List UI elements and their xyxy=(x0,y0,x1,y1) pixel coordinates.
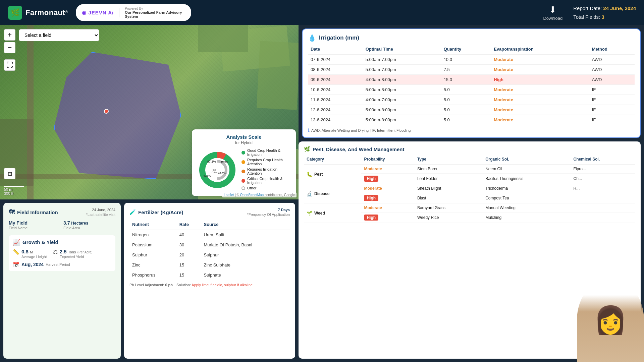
map-scale: 50 m 300 ft xyxy=(4,186,24,195)
app-header: 🌿 Farmonaut® ◉ JEEVN Ai Powered By Our P… xyxy=(0,0,644,25)
svg-text:5%: 5% xyxy=(213,169,216,171)
irr-evap: Moderate xyxy=(491,55,589,65)
legend-label-irrigation: Requires Irrigation Attention xyxy=(247,167,290,175)
pest-chemical: Fipro... xyxy=(571,165,635,174)
legend-dot-crop-health xyxy=(241,160,245,164)
fertilizer-tbody: Nitrogen 40 Urea, Split Potassium 30 Mur… xyxy=(129,230,290,280)
pest-row: 🐛 Pest Moderate Stem Borer Neem Oil Fipr… xyxy=(304,165,635,174)
header-right: ⬇ Download Report Date: 24 June, 2024 To… xyxy=(543,4,636,21)
irrigation-row: 09-6-2024 4:00am-8:00pm 15.0 High AWD xyxy=(308,75,635,85)
legend-dot-critical xyxy=(241,179,245,183)
irr-col-method: Method xyxy=(589,45,635,55)
pest-prob: High xyxy=(361,174,415,184)
yield-value: 2.5 Tons (Per Acre) xyxy=(60,249,93,255)
col-category: Category xyxy=(304,156,361,165)
fertilizer-footer: Ph Level Adjustment: 6 ph Solution: Appl… xyxy=(129,283,290,287)
irr-method: AWD xyxy=(589,55,635,65)
irr-qty: 7.5 xyxy=(441,65,491,75)
growth-grid: 📏 0.8 M Average Height ⚖ xyxy=(13,249,111,259)
fertilizer-table: Nutrient Rate Source Nitrogen 40 Urea, S… xyxy=(129,221,290,280)
fertilizer-row: Sulphur 20 Sulphur xyxy=(129,250,290,260)
irr-evap: Moderate xyxy=(491,95,589,105)
field-date: 24 June, 2024 *Last satellite visit xyxy=(86,207,115,217)
col-probability: Probability xyxy=(361,156,415,165)
height-info: 0.8 M Average Height xyxy=(21,249,47,259)
pest-header-row: Category Probability Type Organic Sol. C… xyxy=(304,156,635,165)
irr-method: AWD xyxy=(589,75,635,85)
legend-item-crop-health: Requires Crop Health Attention xyxy=(241,158,290,166)
height-item: 📏 0.8 M Average Height xyxy=(13,249,47,259)
pest-type: Weedy Rice xyxy=(415,213,483,223)
irr-col-qty: Quantity xyxy=(441,45,491,55)
pest-chemical: H... xyxy=(571,184,635,193)
fertilizer-icon: 🧪 xyxy=(129,209,136,215)
irr-date: 09-6-2024 xyxy=(308,75,363,85)
legend-item-other: Other xyxy=(241,186,290,190)
irrigation-footer: ℹ AWD: Alternate Wetting and Drying | IF… xyxy=(308,128,635,133)
analysis-subtitle: for Hybrid xyxy=(197,140,290,145)
info-icon: ℹ xyxy=(308,128,310,133)
field-selector[interactable]: Select a field xyxy=(19,29,99,41)
pest-row: 🔬 Disease Moderate Sheath Blight Trichod… xyxy=(304,184,635,193)
pest-type: Blast xyxy=(415,193,483,203)
field-info-title: 🗺 Field Information xyxy=(9,209,58,216)
pest-organic: Neem Oil xyxy=(483,165,571,174)
irr-time: 5:00am-8:00pm xyxy=(363,115,441,125)
map-controls: + − ⛶ xyxy=(4,29,15,71)
pest-type: Sheath Blight xyxy=(415,184,483,193)
fullscreen-button[interactable]: ⛶ xyxy=(4,59,15,71)
field-marker xyxy=(104,109,109,114)
pest-type: Leaf Folder xyxy=(415,174,483,184)
download-button[interactable]: ⬇ Download xyxy=(543,5,562,21)
zoom-in-button[interactable]: + xyxy=(4,29,15,41)
pest-category: 🔬 Disease xyxy=(304,184,361,203)
scale-bar xyxy=(4,186,24,187)
field-polygon xyxy=(54,52,181,179)
irr-col-date: Date xyxy=(308,45,363,55)
fert-source: Muriate Of Potash, Basal xyxy=(201,240,290,250)
pest-prob: High xyxy=(361,213,415,223)
height-icon: 📏 xyxy=(13,249,19,255)
layer-button[interactable]: ⊞ xyxy=(4,168,15,179)
fertilizer-header-row: Nutrient Rate Source xyxy=(129,221,290,230)
report-info: Report Date: 24 June, 2024 Total Fields:… xyxy=(573,4,636,21)
irr-time: 5:00am-7:00pm xyxy=(363,65,441,75)
logo-text: Farmonaut® xyxy=(25,8,68,17)
pest-icon: 🌿 xyxy=(304,146,310,152)
pest-tbody: 🐛 Pest Moderate Stem Borer Neem Oil Fipr… xyxy=(304,165,635,223)
analysis-legend: Good Crop Health & Irrigation Requires C… xyxy=(241,148,290,191)
irr-qty: 5.0 xyxy=(441,95,491,105)
field-select-input[interactable]: Select a field xyxy=(19,29,99,41)
logo-icon: 🌿 xyxy=(8,6,22,20)
irrigation-row: 08-6-2024 5:00am-7:00pm 7.5 Moderate AWD xyxy=(308,65,635,75)
irrigation-panel: 💧 Irrigation (mm) Date Optimal Time Quan… xyxy=(302,28,641,138)
field-info-grid: My Field Field Name 3.7 Hectares Field A… xyxy=(9,220,115,230)
irrigation-table: Date Optimal Time Quantity Evapotranspir… xyxy=(308,45,635,125)
irr-date: 10-6-2024 xyxy=(308,85,363,95)
irr-date: 07-6-2024 xyxy=(308,55,363,65)
solution-label: Solution: xyxy=(176,283,191,287)
donut-svg: 97.2% 10.5% 45.8% 40.8% 5% Other xyxy=(197,150,237,190)
fert-rate: 30 xyxy=(177,240,201,250)
logo-brand: Farmonaut xyxy=(25,8,65,17)
irrigation-row: 07-6-2024 5:00am-7:00pm 10.0 Moderate AW… xyxy=(308,55,635,65)
irrigation-tbody: 07-6-2024 5:00am-7:00pm 10.0 Moderate AW… xyxy=(308,55,635,125)
logo-area: 🌿 Farmonaut® xyxy=(8,6,68,20)
zoom-out-button[interactable]: − xyxy=(4,42,15,53)
legend-label-critical: Critical Crop Health & Irrigation xyxy=(247,177,290,185)
fert-source: Sulphur xyxy=(201,250,290,260)
download-icon: ⬇ xyxy=(549,5,556,15)
field-info-section: 🗺 Field Information 24 June, 2024 *Last … xyxy=(9,207,115,230)
field-area-item: 3.7 Hectares Field Area xyxy=(63,220,115,230)
legend-dot-good xyxy=(241,151,245,155)
irr-evap: Moderate xyxy=(491,65,589,75)
analysis-title: Analysis Scale xyxy=(197,134,290,140)
scale-ft: 300 ft xyxy=(4,191,24,195)
irrigation-row: 11-6-2024 4:00am-7:00pm 5.0 Moderate IF xyxy=(308,95,635,105)
svg-text:Other: Other xyxy=(212,171,218,174)
irr-time: 4:00am-7:00pm xyxy=(363,95,441,105)
yield-info: 2.5 Tons (Per Acre) Expected Yield xyxy=(60,249,93,259)
fertilizer-panel: 🧪 Fertilizer (Kg/Acre) 7 Days *Frequency… xyxy=(124,203,295,359)
irr-date: 08-6-2024 xyxy=(308,65,363,75)
fert-nutrient: Sulphur xyxy=(129,250,177,260)
